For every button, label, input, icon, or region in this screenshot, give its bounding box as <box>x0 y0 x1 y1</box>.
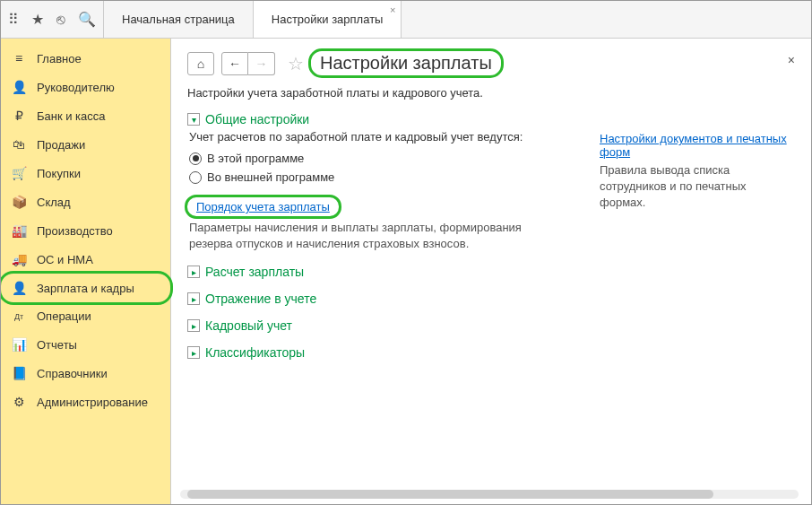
operations-icon: Дт <box>12 312 26 321</box>
section-reflect-label: Отражение в учете <box>205 292 316 306</box>
menu-icon: ≡ <box>12 51 26 65</box>
factory-icon: 🏭 <box>12 223 26 238</box>
sidebar-item-refs[interactable]: 📘Справочники <box>1 359 170 387</box>
bag-icon: 🛍 <box>12 137 26 152</box>
truck-icon: 🚚 <box>12 252 26 266</box>
section-hr[interactable]: ▸ Кадровый учет <box>187 318 564 333</box>
collapse-icon: ▾ <box>187 113 200 126</box>
section-calc[interactable]: ▸ Расчет зарплаты <box>187 265 564 279</box>
ruble-icon: ₽ <box>12 109 26 123</box>
section-classif[interactable]: ▸ Классификаторы <box>187 345 564 360</box>
sidebar-item-warehouse[interactable]: 📦Склад <box>1 187 170 216</box>
tab-settings[interactable]: Настройки зарплаты × <box>254 1 402 38</box>
sidebar-item-sales[interactable]: 🛍Продажи <box>1 130 170 159</box>
sidebar-item-production[interactable]: 🏭Производство <box>1 216 170 245</box>
page-title: Настройки зарплаты <box>311 51 501 75</box>
sidebar-item-label: Главное <box>37 52 82 65</box>
book-icon: 📘 <box>12 366 26 380</box>
sidebar-item-assets[interactable]: 🚚ОС и НМА <box>1 245 170 274</box>
tab-settings-label: Настройки зарплаты <box>272 13 384 26</box>
sidebar: ≡Главное 👤Руководителю ₽Банк и касса 🛍Пр… <box>1 39 171 504</box>
section-hr-label: Кадровый учет <box>205 318 292 333</box>
favorite-star-icon[interactable]: ☆ <box>288 53 304 74</box>
box-icon: 📦 <box>12 195 26 209</box>
salary-order-link[interactable]: Порядок учета зарплаты <box>196 200 330 213</box>
section-general-label: Общие настройки <box>205 112 309 126</box>
close-page-button[interactable]: × <box>788 53 795 67</box>
general-desc: Учет расчетов по заработной плате и кадр… <box>189 130 564 144</box>
user-icon: 👤 <box>12 80 26 94</box>
sidebar-item-label: Руководителю <box>37 81 115 94</box>
radio-icon <box>189 152 202 165</box>
sidebar-item-label: Отчеты <box>37 338 77 352</box>
cart-icon: 🛒 <box>12 166 26 180</box>
expand-icon: ▸ <box>187 292 200 305</box>
sidebar-item-admin[interactable]: ⚙Администрирование <box>1 387 170 416</box>
search-icon[interactable]: 🔍 <box>78 11 96 28</box>
close-icon[interactable]: × <box>390 4 395 15</box>
home-button[interactable]: ⌂ <box>187 52 214 75</box>
apps-icon[interactable]: ⠿ <box>8 11 19 28</box>
section-general[interactable]: ▾ Общие настройки <box>187 112 564 126</box>
section-reflect[interactable]: ▸ Отражение в учете <box>187 292 564 306</box>
expand-icon: ▸ <box>187 266 200 278</box>
sidebar-item-reports[interactable]: 📊Отчеты <box>1 330 170 359</box>
sidebar-item-label: Покупки <box>37 167 81 180</box>
sidebar-item-label: Зарплата и кадры <box>37 282 134 295</box>
section-classif-label: Классификаторы <box>205 345 305 360</box>
tab-home-label: Начальная страница <box>122 13 235 26</box>
radio-label: Во внешней программе <box>207 170 334 184</box>
radio-this-program[interactable]: В этой программе <box>189 149 564 168</box>
expand-icon: ▸ <box>187 319 200 332</box>
person-icon: 👤 <box>12 281 26 295</box>
history-icon[interactable]: ⎋ <box>56 12 65 28</box>
sidebar-item-label: Продажи <box>37 138 85 152</box>
sidebar-item-label: Банк и касса <box>37 109 106 123</box>
docs-settings-desc: Правила вывода списка сотрудников и по п… <box>600 162 795 212</box>
gear-icon: ⚙ <box>12 395 26 409</box>
sidebar-item-label: Склад <box>37 196 71 209</box>
radio-external-program[interactable]: Во внешней программе <box>189 168 564 187</box>
sidebar-item-label: Производство <box>37 224 113 238</box>
salary-order-link-box: Порядок учета зарплаты <box>187 197 339 216</box>
section-calc-label: Расчет зарплаты <box>205 265 304 279</box>
chart-icon: 📊 <box>12 337 26 352</box>
scrollbar-thumb[interactable] <box>187 490 713 499</box>
sidebar-item-label: ОС и НМА <box>37 253 93 266</box>
horizontal-scrollbar[interactable] <box>180 490 799 499</box>
tab-home[interactable]: Начальная страница <box>104 1 254 38</box>
sidebar-item-main[interactable]: ≡Главное <box>1 44 170 73</box>
sidebar-item-label: Справочники <box>37 367 108 380</box>
forward-button[interactable]: → <box>248 52 275 75</box>
page-subtitle: Настройки учета заработной платы и кадро… <box>187 86 795 100</box>
radio-icon <box>189 171 202 184</box>
sidebar-item-salary[interactable]: 👤Зарплата и кадры <box>1 274 170 302</box>
sidebar-item-label: Администрирование <box>37 396 148 409</box>
docs-settings-link[interactable]: Настройки документов и печатных форм <box>600 132 795 159</box>
salary-order-desc: Параметры начисления и выплаты зарплаты,… <box>189 220 564 252</box>
star-icon[interactable]: ★ <box>31 11 44 28</box>
sidebar-item-label: Операции <box>37 309 91 323</box>
back-button[interactable]: ← <box>221 52 248 75</box>
sidebar-item-operations[interactable]: ДтОперации <box>1 302 170 330</box>
radio-label: В этой программе <box>207 152 304 165</box>
sidebar-item-bank[interactable]: ₽Банк и касса <box>1 101 170 130</box>
sidebar-item-purchases[interactable]: 🛒Покупки <box>1 159 170 187</box>
expand-icon: ▸ <box>187 346 200 359</box>
sidebar-item-manager[interactable]: 👤Руководителю <box>1 73 170 101</box>
